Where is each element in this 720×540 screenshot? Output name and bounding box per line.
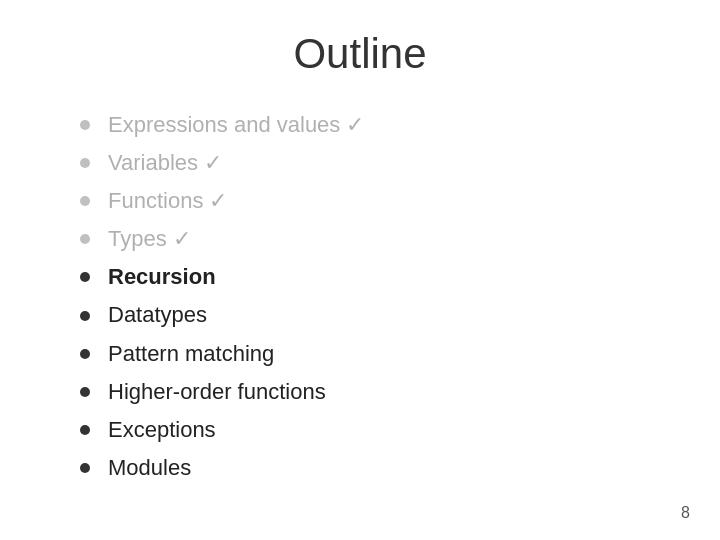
bullet-icon	[80, 158, 90, 168]
slide: Outline Expressions and values ✓Variable…	[0, 0, 720, 540]
bullet-icon	[80, 234, 90, 244]
list-item: Recursion	[80, 258, 660, 296]
list-item: Higher-order functions	[80, 373, 660, 411]
list-item-label: Types ✓	[108, 222, 191, 256]
list-item-label: Modules	[108, 451, 191, 485]
list-item-label: Exceptions	[108, 413, 216, 447]
bullet-icon	[80, 463, 90, 473]
list-item-label: Variables ✓	[108, 146, 222, 180]
bullet-icon	[80, 196, 90, 206]
list-item: Types ✓	[80, 220, 660, 258]
list-item: Functions ✓	[80, 182, 660, 220]
list-item: Exceptions	[80, 411, 660, 449]
list-item: Variables ✓	[80, 144, 660, 182]
bullet-icon	[80, 272, 90, 282]
slide-title: Outline	[293, 30, 426, 78]
list-item: Pattern matching	[80, 335, 660, 373]
list-item: Datatypes	[80, 296, 660, 334]
list-item: Modules	[80, 449, 660, 487]
list-item-label: Higher-order functions	[108, 375, 326, 409]
bullet-icon	[80, 387, 90, 397]
list-item-label: Datatypes	[108, 298, 207, 332]
list-item-label: Recursion	[108, 260, 216, 294]
page-number: 8	[681, 504, 690, 522]
bullet-icon	[80, 425, 90, 435]
bullet-icon	[80, 349, 90, 359]
bullet-icon	[80, 120, 90, 130]
outline-list: Expressions and values ✓Variables ✓Funct…	[60, 106, 660, 487]
list-item: Expressions and values ✓	[80, 106, 660, 144]
list-item-label: Expressions and values ✓	[108, 108, 364, 142]
bullet-icon	[80, 311, 90, 321]
list-item-label: Functions ✓	[108, 184, 228, 218]
list-item-label: Pattern matching	[108, 337, 274, 371]
